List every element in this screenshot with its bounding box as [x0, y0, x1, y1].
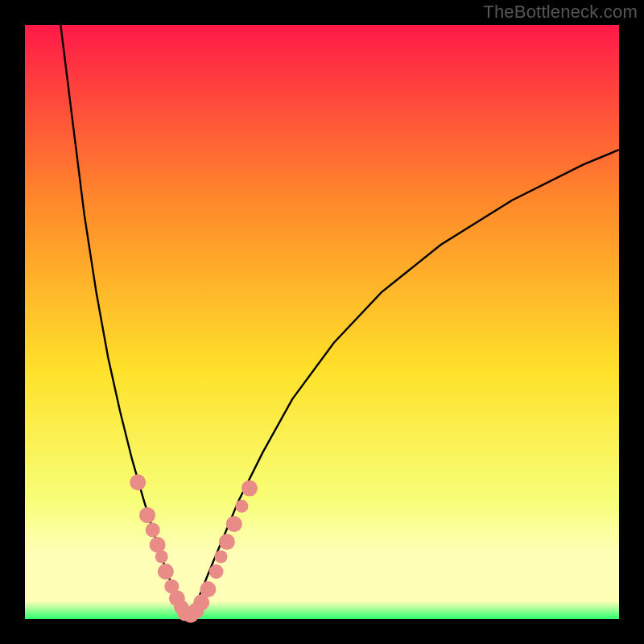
data-marker — [139, 507, 155, 523]
plot-background — [25, 25, 619, 619]
data-marker — [146, 522, 160, 537]
chart-frame: TheBottleneck.com — [0, 0, 644, 644]
data-marker — [215, 551, 228, 564]
data-marker — [155, 551, 168, 564]
data-marker — [235, 500, 248, 513]
data-marker — [209, 564, 224, 579]
data-marker — [242, 481, 258, 497]
data-marker — [200, 581, 216, 597]
data-marker — [219, 534, 235, 550]
data-marker — [226, 516, 242, 532]
watermark-text: TheBottleneck.com — [483, 2, 638, 23]
data-marker — [158, 564, 174, 580]
data-marker — [130, 474, 146, 490]
bottleneck-chart — [0, 0, 644, 644]
